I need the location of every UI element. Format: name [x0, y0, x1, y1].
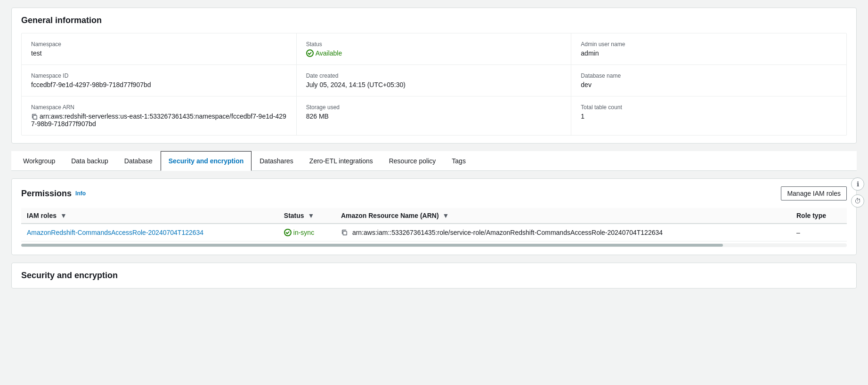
- database-name-value: dev: [581, 81, 837, 88]
- sort-iam-roles-icon[interactable]: ▼: [60, 212, 67, 219]
- tabs-list: Workgroup Data backup Database Security …: [11, 151, 857, 170]
- bottom-section-title: Security and encryption: [21, 271, 847, 281]
- namespace-label: Namespace: [31, 41, 287, 48]
- namespace-arn-value: arn:aws:redshift-serverless:us-east-1:53…: [31, 112, 287, 128]
- horizontal-scrollbar[interactable]: [21, 243, 847, 247]
- status-value: Available: [306, 49, 562, 57]
- scrollbar-thumb: [21, 244, 723, 247]
- col-arn: Amazon Resource Name (ARN) ▼: [335, 208, 791, 224]
- side-icons: ℹ ⏱: [847, 174, 868, 211]
- storage-used-value: 826 MB: [306, 112, 562, 120]
- permissions-header: Permissions Info Manage IAM roles: [21, 186, 847, 201]
- namespace-arn-cell: Namespace ARN arn:aws:redshift-serverles…: [22, 96, 297, 135]
- copy-arn-row-icon[interactable]: [341, 229, 348, 236]
- namespace-arn-label: Namespace ARN: [31, 104, 287, 111]
- role-type-cell: –: [791, 224, 847, 241]
- table-header: IAM roles ▼ Status ▼ Amazon Resource Nam…: [21, 208, 847, 224]
- tab-data-backup[interactable]: Data backup: [63, 151, 116, 171]
- table-header-row: IAM roles ▼ Status ▼ Amazon Resource Nam…: [21, 208, 847, 224]
- copy-arn-icon[interactable]: [31, 113, 38, 120]
- general-info-card: General information Namespace test Statu…: [11, 8, 857, 144]
- status-label: Status: [306, 41, 562, 48]
- col-role-type: Role type: [791, 208, 847, 224]
- namespace-id-value: fccedbf7-9e1d-4297-98b9-718d77f907bd: [31, 81, 287, 88]
- general-info-title: General information: [21, 16, 847, 25]
- check-circle-icon: [306, 49, 314, 57]
- tab-workgroup[interactable]: Workgroup: [15, 151, 63, 171]
- permissions-info-link[interactable]: Info: [75, 190, 86, 197]
- permissions-table: IAM roles ▼ Status ▼ Amazon Resource Nam…: [21, 208, 847, 241]
- tab-security-encryption[interactable]: Security and encryption: [161, 151, 251, 171]
- permissions-section: Permissions Info Manage IAM roles IAM ro…: [11, 178, 857, 255]
- status-cell: Status Available: [297, 33, 572, 65]
- admin-user-value: admin: [581, 49, 837, 57]
- tabs-container: Workgroup Data backup Database Security …: [11, 151, 857, 171]
- total-table-label: Total table count: [581, 104, 837, 111]
- total-table-value: 1: [581, 112, 837, 120]
- iam-role-link[interactable]: AmazonRedshift-CommandsAccessRole-202407…: [27, 229, 203, 236]
- status-cell-row: in-sync: [278, 224, 335, 241]
- col-status: Status ▼: [278, 208, 335, 224]
- svg-rect-1: [343, 232, 347, 235]
- bottom-section: Security and encryption: [11, 263, 857, 289]
- namespace-id-cell: Namespace ID fccedbf7-9e1d-4297-98b9-718…: [22, 65, 297, 96]
- namespace-cell: Namespace test: [22, 33, 297, 65]
- date-created-cell: Date created July 05, 2024, 14:15 (UTC+0…: [297, 65, 572, 96]
- col-iam-roles: IAM roles ▼: [21, 208, 278, 224]
- arn-cell: arn:aws:iam::533267361435:role/service-r…: [335, 224, 791, 241]
- permissions-title: Permissions Info: [21, 189, 86, 199]
- time-side-icon[interactable]: ⏱: [851, 194, 864, 208]
- sort-arn-icon[interactable]: ▼: [443, 212, 449, 219]
- info-side-icon[interactable]: ℹ: [851, 177, 864, 191]
- tab-zero-etl[interactable]: Zero-ETL integrations: [301, 151, 381, 171]
- iam-role-cell: AmazonRedshift-CommandsAccessRole-202407…: [21, 224, 278, 241]
- page-wrapper: ℹ ⏱ General information Namespace test S…: [0, 0, 868, 385]
- table-row: AmazonRedshift-CommandsAccessRole-202407…: [21, 224, 847, 241]
- tab-database[interactable]: Database: [116, 151, 161, 171]
- tab-resource-policy[interactable]: Resource policy: [381, 151, 444, 171]
- status-insync: in-sync: [284, 229, 330, 236]
- info-grid: Namespace test Status Available Admin us…: [21, 33, 847, 136]
- insync-check-icon: [284, 229, 292, 236]
- table-body: AmazonRedshift-CommandsAccessRole-202407…: [21, 224, 847, 241]
- main-content: General information Namespace test Statu…: [0, 0, 868, 385]
- database-name-cell: Database name dev: [571, 65, 846, 96]
- storage-used-label: Storage used: [306, 104, 562, 111]
- arn-value: arn:aws:iam::533267361435:role/service-r…: [352, 229, 663, 236]
- date-created-label: Date created: [306, 72, 562, 79]
- admin-user-cell: Admin user name admin: [571, 33, 846, 65]
- tab-tags[interactable]: Tags: [444, 151, 474, 171]
- namespace-id-label: Namespace ID: [31, 72, 287, 79]
- sort-status-icon[interactable]: ▼: [308, 212, 315, 219]
- manage-iam-roles-button[interactable]: Manage IAM roles: [781, 186, 847, 201]
- namespace-value: test: [31, 49, 287, 57]
- storage-used-cell: Storage used 826 MB: [297, 96, 572, 135]
- database-name-label: Database name: [581, 72, 837, 79]
- arn-cell-content: arn:aws:iam::533267361435:role/service-r…: [341, 229, 785, 236]
- total-table-cell: Total table count 1: [571, 96, 846, 135]
- svg-rect-0: [33, 116, 37, 120]
- admin-user-label: Admin user name: [581, 41, 837, 48]
- date-created-value: July 05, 2024, 14:15 (UTC+05:30): [306, 81, 562, 88]
- tab-datashares[interactable]: Datashares: [251, 151, 301, 171]
